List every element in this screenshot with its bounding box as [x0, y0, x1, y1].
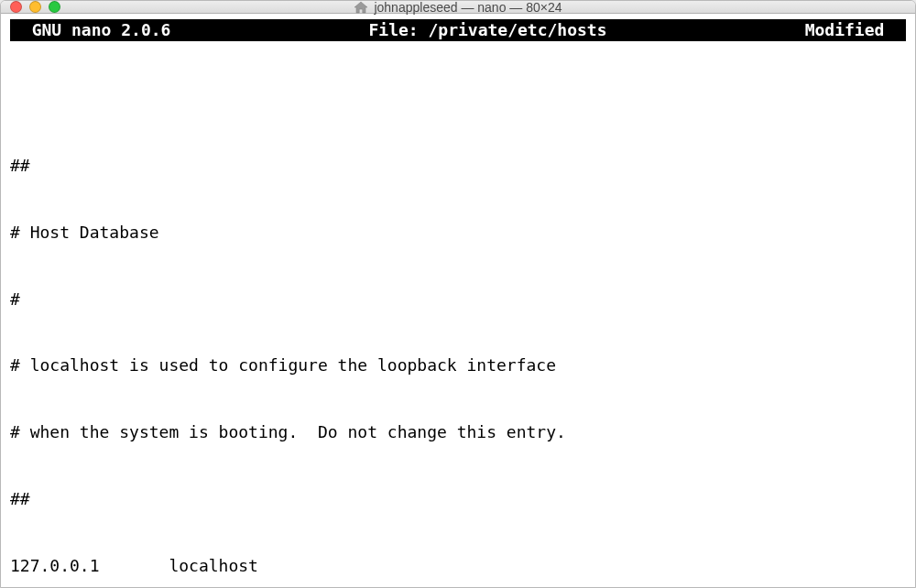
- titlebar: johnappleseed — nano — 80×24: [1, 1, 915, 14]
- editor-line: #: [10, 289, 906, 310]
- editor-line: # when the system is booting. Do not cha…: [10, 421, 906, 443]
- editor-line: ##: [10, 488, 906, 510]
- nano-modified-label: Modified: [805, 19, 904, 41]
- editor-content[interactable]: ## # Host Database # # localhost is used…: [10, 41, 906, 588]
- terminal-area[interactable]: GNU nano 2.0.6 File: /private/etc/hosts …: [1, 14, 915, 588]
- terminal-window: johnappleseed — nano — 80×24 GNU nano 2.…: [0, 0, 916, 588]
- editor-line: # Host Database: [10, 222, 906, 244]
- window-title: johnappleseed — nano — 80×24: [1, 0, 915, 15]
- maximize-button[interactable]: [49, 1, 60, 13]
- nano-version: GNU nano 2.0.6: [12, 19, 170, 41]
- editor-line: # localhost is used to configure the loo…: [10, 354, 906, 376]
- home-icon: [354, 1, 368, 14]
- traffic-lights: [10, 1, 60, 13]
- nano-header: GNU nano 2.0.6 File: /private/etc/hosts …: [10, 19, 906, 41]
- editor-line: 127.0.0.1 localhost: [10, 555, 906, 577]
- minimize-button[interactable]: [29, 1, 41, 13]
- nano-file-label: File: /private/etc/hosts: [170, 19, 804, 41]
- close-button[interactable]: [10, 1, 22, 13]
- editor-line: [10, 88, 906, 110]
- editor-line: ##: [10, 155, 906, 177]
- window-title-text: johnappleseed — nano — 80×24: [374, 0, 562, 15]
